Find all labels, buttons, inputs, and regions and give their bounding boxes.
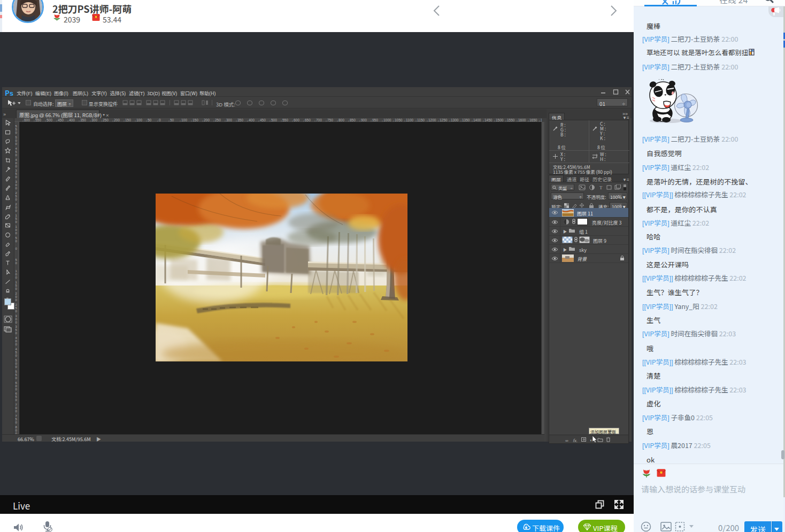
svg-text:750: 750: [327, 118, 333, 122]
svg-text:250: 250: [103, 118, 109, 122]
svg-text:0: 0: [16, 276, 18, 279]
svg-text:0: 0: [16, 388, 18, 391]
svg-text:0: 0: [16, 343, 18, 346]
svg-text:1250: 1250: [440, 118, 448, 122]
svg-text:0: 0: [16, 247, 18, 250]
svg-text:1050: 1050: [395, 118, 403, 122]
svg-text:300: 300: [91, 118, 97, 122]
svg-text:1450: 1450: [484, 118, 492, 122]
svg-text:0: 0: [16, 240, 18, 243]
svg-text:600: 600: [24, 118, 30, 122]
svg-text:500: 500: [47, 118, 52, 122]
svg-text:0: 0: [16, 331, 18, 335]
svg-text:T: T: [599, 185, 603, 190]
svg-text:0: 0: [16, 187, 18, 190]
svg-text:650: 650: [305, 118, 311, 122]
svg-text:350: 350: [237, 118, 243, 122]
svg-text:300: 300: [226, 118, 232, 122]
svg-text:200: 200: [204, 118, 210, 122]
svg-text:1150: 1150: [417, 118, 425, 122]
svg-text:0: 0: [16, 298, 18, 302]
svg-text:1100: 1100: [406, 118, 413, 122]
svg-text:600: 600: [294, 118, 299, 122]
svg-text:0: 0: [16, 287, 18, 290]
svg-text:100: 100: [181, 118, 187, 122]
svg-text:0: 0: [16, 131, 18, 134]
svg-text:0: 0: [16, 398, 18, 402]
svg-text:0: 0: [16, 198, 18, 201]
svg-text:0: 0: [16, 165, 18, 168]
svg-text:1650: 1650: [529, 118, 537, 122]
svg-text:0: 0: [16, 142, 18, 145]
svg-text:0: 0: [16, 354, 18, 357]
svg-text:550: 550: [35, 118, 41, 122]
svg-text:0: 0: [16, 175, 18, 179]
svg-text:0: 0: [159, 118, 161, 122]
svg-text:950: 950: [372, 118, 378, 122]
svg-text:0: 0: [16, 376, 18, 380]
svg-text:400: 400: [249, 118, 255, 122]
svg-text:1600: 1600: [518, 118, 526, 122]
svg-text:0: 0: [16, 410, 18, 413]
svg-text:0: 0: [16, 261, 18, 265]
svg-text:150: 150: [125, 118, 131, 122]
svg-text:1300: 1300: [451, 118, 459, 122]
svg-text:1400: 1400: [473, 118, 481, 122]
svg-text:1350: 1350: [462, 118, 470, 122]
svg-text:450: 450: [58, 118, 64, 122]
svg-text:550: 550: [282, 118, 288, 122]
svg-text:150: 150: [193, 118, 198, 122]
svg-text:1200: 1200: [428, 118, 436, 122]
svg-text:350: 350: [80, 118, 86, 122]
svg-text:1500: 1500: [496, 118, 504, 122]
svg-text:1550: 1550: [507, 118, 515, 122]
svg-text:0: 0: [16, 209, 18, 212]
svg-text:50: 50: [170, 118, 174, 122]
svg-text:250: 250: [215, 118, 221, 122]
svg-text:0: 0: [16, 310, 18, 313]
svg-text:0: 0: [16, 220, 18, 223]
svg-text:0: 0: [16, 153, 18, 157]
svg-text:0: 0: [16, 421, 18, 424]
svg-text:1700: 1700: [541, 118, 542, 122]
svg-text:700: 700: [316, 118, 322, 122]
svg-text:100: 100: [136, 118, 142, 122]
svg-text:50: 50: [148, 118, 152, 122]
svg-text:400: 400: [69, 118, 75, 122]
svg-text:450: 450: [260, 118, 266, 122]
svg-text:900: 900: [361, 118, 367, 122]
svg-text:800: 800: [338, 118, 344, 122]
svg-text:850: 850: [350, 118, 356, 122]
svg-text:0: 0: [16, 365, 18, 368]
svg-text:200: 200: [114, 118, 120, 122]
svg-text:500: 500: [271, 118, 277, 122]
svg-text:0: 0: [16, 321, 18, 324]
svg-text:0: 0: [16, 232, 18, 235]
svg-text:1000: 1000: [383, 118, 391, 122]
